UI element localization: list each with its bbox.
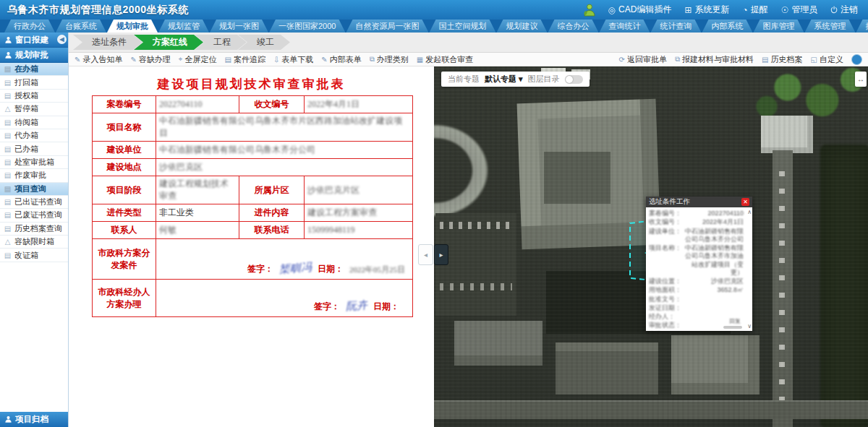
nav-tab[interactable]: 规划一张图	[210, 20, 268, 33]
nav-tab[interactable]: 系统管理	[804, 20, 855, 33]
workflow-step-label: 选址条件	[92, 37, 127, 47]
map-canvas[interactable]: ▸ 当前专题 默认专题 ▾ 图层目录 ↔	[434, 66, 868, 427]
toolbar-button-icon: ✎	[75, 56, 80, 64]
nav-tab[interactable]: 规划监管	[158, 20, 209, 33]
sidebar-item[interactable]: ▤ 待阅箱	[0, 116, 68, 129]
panel-row-label: 经办人：	[649, 313, 675, 321]
nav-tab[interactable]: 台账系统	[56, 20, 106, 33]
nav-tab[interactable]: 内部系统	[702, 20, 752, 33]
sidebar-item[interactable]: ▤ 代办箱	[0, 129, 68, 142]
sidebar-item[interactable]: ▤ 作废审批	[0, 169, 68, 182]
toolbar-button[interactable]: ⧉ 办理类别	[370, 54, 409, 65]
nav-tab[interactable]: 自然资源局一张图	[346, 20, 428, 33]
toolbar-button-label: 返回审批单	[627, 54, 667, 65]
sidebar-item[interactable]: ▤ 授权箱	[0, 90, 68, 103]
toolbar-button-label: 发起联合审查	[425, 54, 473, 65]
header-action[interactable]: ◎ CAD编辑插件	[608, 4, 672, 16]
nav-tab-label: 国土空间规划	[438, 22, 486, 30]
layer-catalog-toggle[interactable]	[565, 75, 583, 84]
nav-tab[interactable]: 一张图国家2000	[269, 20, 345, 33]
sidebar-item[interactable]: △ 容缺限时箱	[0, 236, 68, 249]
map-expand-button[interactable]: ↔	[855, 72, 867, 87]
toolbar-button[interactable]: ▤ 案件追踪	[224, 54, 265, 65]
sidebar-item[interactable]: ▤ 已办箱	[0, 142, 68, 155]
sidebar-header-planning-approval[interactable]: 规划审批	[0, 48, 68, 63]
close-icon[interactable]: ✕	[741, 198, 749, 206]
horizontal-scrollbar[interactable]	[723, 326, 742, 329]
header-action-label: 提醒	[751, 4, 768, 16]
nav-tab-label: 规划建议	[506, 22, 537, 30]
header-action[interactable]: ⏻ 注销	[831, 4, 859, 16]
panel-row-value: 2022年4月1日	[684, 218, 744, 226]
toolbar-button[interactable]: ◱ 自定义	[811, 54, 843, 65]
sidebar-item[interactable]: ▤ 改证箱	[0, 249, 68, 262]
panel-row-label: 收文编号：	[649, 218, 681, 226]
nav-tab-label: 系统管理	[814, 22, 846, 30]
nav-tab[interactable]: 行政办公	[4, 20, 55, 33]
nav-tab[interactable]: 统计查询	[650, 20, 701, 33]
sidebar-item[interactable]: ▤ 已出证书查询	[0, 196, 68, 209]
scroll-down-icon[interactable]: ∨	[747, 323, 752, 329]
nav-tab[interactable]: 批后监察	[856, 20, 868, 33]
field-value: 15099948119	[305, 222, 413, 239]
toolbar-button[interactable]: ✎ 容缺办理	[130, 54, 170, 65]
toolbar-button[interactable]: ⇩ 表单下载	[273, 54, 313, 65]
workflow-step[interactable]: 选址条件	[73, 35, 142, 50]
person-icon	[4, 51, 12, 59]
nav-tab[interactable]: 规划建议	[496, 20, 547, 33]
field-value: 沙依巴克片区	[305, 176, 413, 204]
nav-tab[interactable]: 综合办公	[548, 20, 598, 33]
sidebar-item-label: 容缺限时箱	[14, 236, 54, 247]
sidebar-item[interactable]: ▤ 历史档案查询	[0, 223, 68, 236]
workarea: 建设项目规划技术审查审批表 案卷编号 2022704110 收文编号 2022年…	[69, 66, 868, 427]
theme-dropdown[interactable]: 默认专题 ▾	[485, 74, 523, 85]
sidebar-header-window-filing[interactable]: 窗口报建 ◀	[0, 33, 68, 48]
sidebar-item[interactable]: ▤ 处室审批箱	[0, 156, 68, 169]
toolbar-button[interactable]: ✎ 内部表单	[321, 54, 361, 65]
toolbar-button-icon: ▦	[417, 56, 423, 64]
nav-tab[interactable]: 图库管理	[753, 20, 804, 33]
workflow-steps: 选址条件 方案红线 工程 竣工	[69, 33, 868, 53]
toolbar-button-label: 自定义	[820, 54, 843, 65]
toolbar-button[interactable]: ⧉ 报建材料与审批材料	[675, 54, 754, 65]
toolbar-button[interactable]: ⌖ 全屏定位	[179, 54, 217, 65]
toolbar-button[interactable]: ▤ 历史档案	[762, 54, 802, 65]
person-icon	[4, 36, 12, 44]
field-value: 建设工程方案审查	[305, 204, 413, 222]
sidebar-header-project-archive[interactable]: 项目归档	[0, 412, 68, 427]
header-action[interactable]: ⊞ 系统更新	[684, 4, 729, 16]
workflow-step-label: 竣工	[257, 37, 274, 47]
panel-row-value: 沙依巴克区	[684, 277, 744, 285]
field-label: 所属片区	[239, 176, 305, 204]
nav-tab[interactable]: 国土空间规划	[429, 20, 495, 33]
panel-header[interactable]: 选址条件工作 ✕	[646, 197, 752, 207]
sidebar-item[interactable]: ▤ 在办箱	[0, 63, 68, 76]
help-button[interactable]	[851, 54, 862, 65]
toolbar-button[interactable]: ✎ 录入告知单	[75, 54, 122, 65]
sidebar-item[interactable]: ▤ 打回箱	[0, 76, 68, 89]
sidebar-item-label: 处室审批箱	[14, 157, 54, 168]
field-label: 案卷编号	[93, 96, 156, 113]
nav-tab-label: 查询统计	[608, 22, 640, 30]
toolbar-button[interactable]: ⟳ 返回审批单	[619, 54, 667, 65]
toolbar-left-group: ✎ 录入告知单 ✎ 容缺办理 ⌖ 全屏定位	[75, 54, 473, 65]
sidebar-item[interactable]: ▤ 已废证书查询	[0, 209, 68, 222]
field-value: 2022704110	[156, 96, 239, 113]
scroll-up-icon[interactable]: ∧	[747, 209, 752, 215]
nav-tab[interactable]: 规划审批	[107, 20, 158, 33]
collapse-form-button[interactable]: ◂	[418, 244, 433, 265]
field-label: 进件类型	[93, 204, 156, 222]
sidebar-item[interactable]: △ 暂停箱	[0, 103, 68, 116]
header-action[interactable]: ◔ 提醒	[742, 4, 767, 16]
sidebar-item[interactable]: ▤ 项目查询	[0, 183, 68, 196]
workflow-step[interactable]: 方案红线	[134, 35, 203, 50]
buddy-user-icon	[581, 3, 595, 17]
site-condition-panel: 选址条件工作 ✕ 案卷编号： 2022704110	[646, 197, 752, 331]
date-value: 2022年05月25日	[349, 264, 405, 275]
box-icon: ▤	[4, 65, 12, 73]
nav-tab[interactable]: 查询统计	[599, 20, 650, 33]
expand-form-button[interactable]: ▸	[434, 244, 448, 265]
header-action[interactable]: ☉ 管理员	[781, 4, 818, 16]
sidebar-collapse-button[interactable]: ◀	[57, 35, 67, 44]
toolbar-button[interactable]: ▦ 发起联合审查	[417, 54, 473, 65]
